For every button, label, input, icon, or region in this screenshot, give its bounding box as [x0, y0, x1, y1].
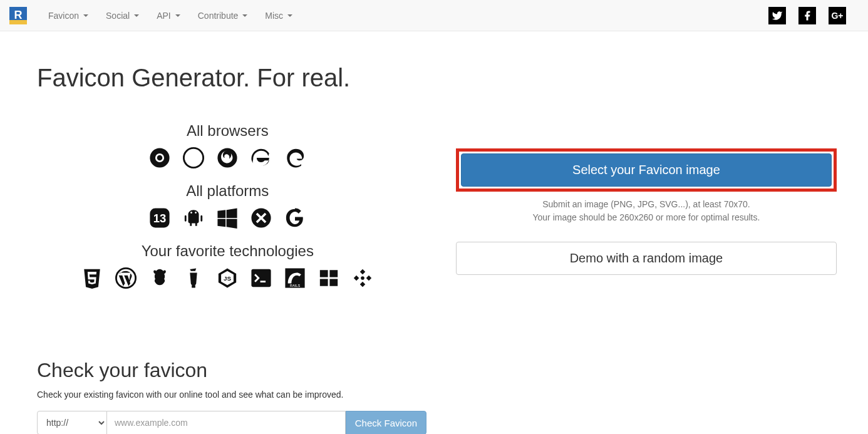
- safari-icon: [183, 147, 204, 168]
- page-title: Favicon Generator. For real.: [37, 64, 831, 92]
- nav-item-social[interactable]: Social: [97, 1, 148, 30]
- url-input[interactable]: [107, 411, 346, 434]
- svg-rect-12: [252, 269, 271, 287]
- chrome-icon: [149, 147, 170, 168]
- demo-button[interactable]: Demo with a random image: [456, 242, 837, 275]
- svg-text:13: 13: [153, 212, 166, 225]
- help-line-1: Submit an image (PNG, JPG, SVG...), at l…: [456, 198, 837, 211]
- cli-icon: [251, 267, 272, 289]
- svg-rect-17: [320, 279, 328, 286]
- caret-icon: [242, 14, 247, 17]
- nav-left: R Favicon Social API Contribute Misc: [9, 1, 301, 30]
- select-favicon-button[interactable]: Select your Favicon image: [461, 153, 832, 187]
- html5-icon: [81, 267, 103, 289]
- nodejs-icon: JS: [217, 267, 238, 289]
- nav-item-misc[interactable]: Misc: [256, 1, 301, 30]
- main-row: All browsers All platforms 13 Your favor…: [37, 117, 831, 302]
- ios-icon: 13: [149, 207, 170, 229]
- svg-point-7: [190, 212, 192, 214]
- left-column: All browsers All platforms 13 Your favor…: [37, 117, 418, 302]
- platforms-heading: All platforms: [37, 182, 418, 200]
- windows-icon: [217, 207, 238, 229]
- check-favicon-button[interactable]: Check Favicon: [346, 411, 426, 434]
- android-icon: [183, 207, 204, 229]
- check-heading: Check your favicon: [37, 359, 831, 382]
- nav-item-favicon[interactable]: Favicon: [39, 1, 97, 30]
- help-text: Submit an image (PNG, JPG, SVG...), at l…: [456, 198, 837, 224]
- caret-icon: [83, 14, 88, 17]
- caret-icon: [175, 14, 180, 17]
- browsers-icons: [37, 147, 418, 168]
- grunt-icon: [149, 267, 170, 289]
- edge-icon: [284, 147, 306, 168]
- help-line-2: Your image should be 260x260 or more for…: [456, 211, 837, 224]
- svg-text:RAILS: RAILS: [290, 284, 301, 287]
- platforms-icons: 13: [37, 207, 418, 229]
- navbar: R Favicon Social API Contribute Misc G+: [0, 0, 868, 31]
- browsers-heading: All browsers: [37, 122, 418, 140]
- svg-point-8: [195, 212, 197, 214]
- twitter-icon[interactable]: [768, 7, 786, 24]
- scheme-select[interactable]: http://: [37, 411, 107, 434]
- svg-point-19: [361, 276, 364, 280]
- nav-item-contribute[interactable]: Contribute: [189, 1, 257, 30]
- nav-right: G+: [768, 7, 859, 24]
- google-icon: [284, 207, 306, 229]
- caret-icon: [134, 14, 139, 17]
- check-form: http:// Check Favicon: [37, 411, 426, 434]
- svg-rect-16: [330, 270, 338, 277]
- tech-heading: Your favorite technologies: [37, 242, 418, 260]
- logo[interactable]: R: [9, 7, 27, 24]
- highlight-box: Select your Favicon image: [456, 148, 837, 192]
- svg-rect-15: [320, 270, 328, 277]
- wordpress-icon: [115, 267, 137, 289]
- macos-icon: [251, 207, 272, 229]
- gulp-icon: [183, 267, 204, 289]
- nav-item-api[interactable]: API: [148, 1, 189, 30]
- ie-icon: [251, 147, 272, 168]
- gwt-icon: [352, 267, 373, 289]
- svg-rect-18: [330, 279, 338, 286]
- firefox-icon: [217, 147, 238, 168]
- main-container: Favicon Generator. For real. All browser…: [14, 64, 854, 434]
- check-desc: Check your existing favicon with our onl…: [37, 390, 831, 400]
- tech-icons: JS RAILS: [37, 267, 418, 289]
- right-column: Select your Favicon image Submit an imag…: [456, 117, 837, 302]
- facebook-icon[interactable]: [798, 7, 816, 24]
- rails-icon: RAILS: [284, 267, 306, 289]
- svg-text:JS: JS: [224, 275, 232, 282]
- aspnet-icon: [318, 267, 339, 289]
- svg-point-3: [184, 148, 204, 167]
- googleplus-icon[interactable]: G+: [829, 7, 846, 24]
- svg-point-2: [157, 155, 163, 161]
- caret-icon: [287, 14, 292, 17]
